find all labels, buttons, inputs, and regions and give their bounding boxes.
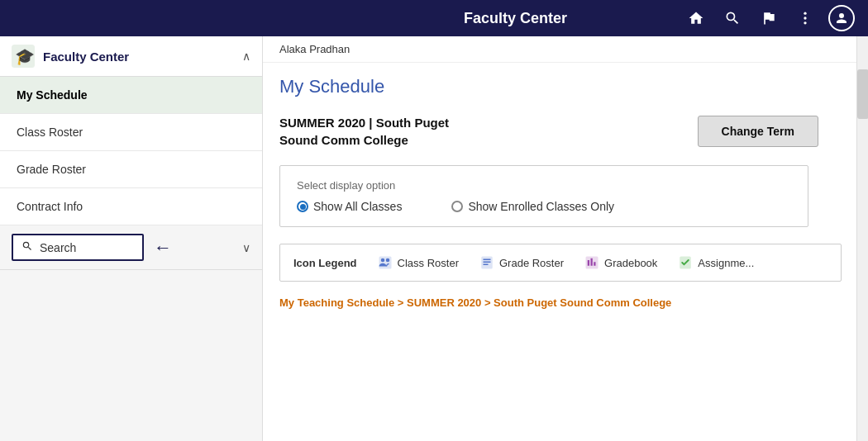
svg-point-2 bbox=[804, 21, 806, 24]
svg-text:🎓: 🎓 bbox=[15, 47, 36, 66]
sidebar-nav: My Schedule Class Roster Grade Roster Co… bbox=[0, 77, 262, 225]
sidebar: 🎓 Faculty Center ∧ My Schedule Class Ros… bbox=[0, 36, 263, 441]
radio-group: Show All Classes Show Enrolled Classes O… bbox=[297, 200, 791, 213]
user-name: Alaka Pradhan bbox=[279, 43, 350, 55]
sidebar-title: Faculty Center bbox=[43, 50, 129, 64]
profile-icon[interactable] bbox=[828, 5, 855, 31]
top-navigation: Faculty Center bbox=[0, 0, 868, 36]
schedule-term: SUMMER 2020 | South PugetSound Comm Coll… bbox=[279, 114, 449, 149]
assignment-icon bbox=[677, 254, 694, 271]
sidebar-search-section: Search ← ∨ bbox=[0, 225, 262, 270]
search-box-icon bbox=[21, 240, 33, 254]
main-container: 🎓 Faculty Center ∧ My Schedule Class Ros… bbox=[0, 36, 868, 441]
search-chevron-icon[interactable]: ∨ bbox=[242, 241, 250, 254]
svg-rect-11 bbox=[483, 264, 488, 266]
radio-show-all-indicator bbox=[297, 201, 308, 212]
legend-assignment[interactable]: Assignme... bbox=[677, 254, 754, 271]
assignment-label: Assignme... bbox=[698, 257, 754, 269]
svg-rect-15 bbox=[594, 262, 595, 266]
sidebar-item-grade-roster[interactable]: Grade Roster bbox=[0, 151, 262, 188]
sidebar-collapse-icon[interactable]: ∧ bbox=[242, 50, 250, 63]
sidebar-header-left: 🎓 Faculty Center bbox=[12, 45, 129, 68]
search-icon[interactable] bbox=[719, 5, 746, 31]
sidebar-header: 🎓 Faculty Center ∧ bbox=[0, 36, 262, 77]
svg-rect-5 bbox=[379, 257, 391, 269]
sidebar-item-contract-info[interactable]: Contract Info bbox=[0, 188, 262, 225]
search-label: Search bbox=[40, 241, 76, 254]
search-input-box[interactable]: Search bbox=[12, 234, 144, 261]
svg-rect-13 bbox=[588, 260, 589, 266]
faculty-center-logo: 🎓 bbox=[12, 45, 35, 68]
svg-point-0 bbox=[804, 12, 806, 15]
svg-point-6 bbox=[380, 258, 384, 263]
teaching-schedule-link[interactable]: My Teaching Schedule > SUMMER 2020 > Sou… bbox=[279, 296, 671, 309]
home-icon[interactable] bbox=[683, 5, 709, 31]
more-icon[interactable] bbox=[792, 5, 818, 31]
class-roster-icon bbox=[377, 254, 393, 271]
content-body: My Schedule SUMMER 2020 | South PugetSou… bbox=[263, 63, 868, 323]
radio-show-all-label: Show All Classes bbox=[313, 200, 402, 213]
flag-icon[interactable] bbox=[756, 5, 782, 31]
svg-point-7 bbox=[385, 258, 389, 263]
grade-roster-icon bbox=[479, 254, 495, 271]
svg-rect-14 bbox=[591, 258, 593, 266]
change-term-button[interactable]: Change Term bbox=[698, 116, 818, 147]
user-bar: Alaka Pradhan bbox=[263, 36, 868, 63]
svg-rect-9 bbox=[483, 259, 490, 261]
scrollbar-track[interactable] bbox=[856, 36, 868, 441]
radio-enrolled-only-indicator bbox=[451, 201, 463, 212]
display-option-label: Select display option bbox=[297, 179, 791, 192]
radio-enrolled-only-label: Show Enrolled Classes Only bbox=[468, 200, 614, 213]
icon-legend-label: Icon Legend bbox=[293, 257, 357, 269]
legend-class-roster[interactable]: Class Roster bbox=[377, 254, 459, 271]
sidebar-item-class-roster[interactable]: Class Roster bbox=[0, 114, 262, 151]
schedule-header: SUMMER 2020 | South PugetSound Comm Coll… bbox=[279, 114, 851, 149]
search-arrow-icon: ← bbox=[154, 237, 172, 258]
scrollbar-thumb[interactable] bbox=[857, 69, 868, 119]
radio-show-all[interactable]: Show All Classes bbox=[297, 200, 402, 213]
legend-grade-roster[interactable]: Grade Roster bbox=[479, 254, 564, 271]
legend-gradebook[interactable]: Gradebook bbox=[584, 254, 657, 271]
display-option-box: Select display option Show All Classes S… bbox=[279, 165, 808, 227]
content-area: Alaka Pradhan My Schedule SUMMER 2020 | … bbox=[263, 36, 868, 441]
grade-roster-label: Grade Roster bbox=[499, 257, 564, 269]
nav-icons bbox=[683, 5, 855, 31]
app-title: Faculty Center bbox=[348, 10, 683, 27]
radio-enrolled-only[interactable]: Show Enrolled Classes Only bbox=[451, 200, 614, 213]
svg-rect-10 bbox=[483, 262, 490, 263]
svg-point-1 bbox=[804, 17, 806, 19]
page-title: My Schedule bbox=[279, 76, 851, 97]
icon-legend-bar: Icon Legend Class Roster bbox=[279, 244, 842, 282]
gradebook-icon bbox=[584, 254, 600, 271]
gradebook-label: Gradebook bbox=[604, 257, 657, 269]
class-roster-label: Class Roster bbox=[398, 257, 459, 269]
sidebar-item-my-schedule[interactable]: My Schedule bbox=[0, 77, 262, 114]
